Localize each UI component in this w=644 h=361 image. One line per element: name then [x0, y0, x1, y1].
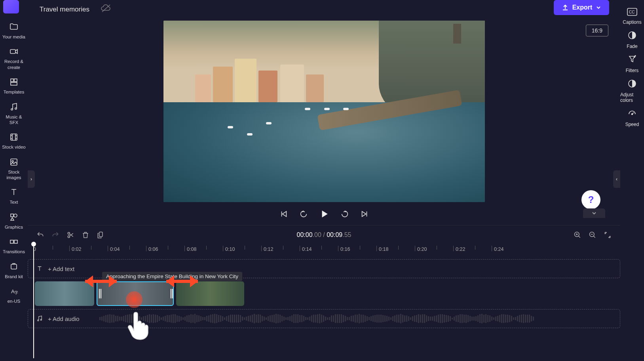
help-button[interactable]: ?	[581, 190, 600, 209]
expand-panel-tab[interactable]	[583, 208, 605, 218]
svg-rect-1	[10, 50, 15, 53]
svg-rect-8	[11, 159, 17, 165]
sidebar-brand-kit[interactable]: Brand kit	[0, 259, 27, 283]
rightbar-captions[interactable]: CC Captions	[623, 8, 641, 25]
language-icon: A字	[9, 286, 19, 297]
ruler-mark: 0:24	[494, 246, 503, 252]
sidebar-language[interactable]: A字 en-US	[0, 283, 27, 307]
chevron-down-icon	[596, 5, 601, 10]
playhead[interactable]	[33, 243, 34, 358]
svg-rect-3	[14, 79, 17, 82]
brand-icon	[9, 261, 19, 272]
right-sidebar: CC Captions Fade Filters Adjust colors S…	[620, 0, 644, 127]
aspect-ratio-button[interactable]: 16:9	[586, 25, 608, 36]
transitions-icon	[9, 236, 19, 247]
svg-rect-14	[11, 264, 17, 269]
time-display: 00:00.00 / 00:09.55	[297, 231, 351, 239]
fade-icon	[627, 31, 637, 41]
fit-timeline-button[interactable]	[604, 231, 612, 239]
ruler-mark: 0:14	[302, 246, 312, 252]
image-icon	[9, 157, 19, 168]
delete-button[interactable]	[82, 231, 89, 239]
templates-icon	[9, 76, 19, 88]
tutorial-arrow-left	[75, 269, 127, 293]
export-button[interactable]: Export	[554, 0, 609, 15]
zoom-in-button[interactable]	[574, 231, 581, 239]
app-logo[interactable]	[3, 0, 19, 13]
text-icon	[9, 187, 19, 198]
music-icon	[36, 315, 43, 322]
filters-icon	[627, 55, 637, 65]
ruler-mark: 0:20	[417, 246, 427, 252]
svg-text:CC: CC	[629, 10, 635, 14]
adjust-icon	[627, 79, 637, 90]
forward-5-button[interactable]	[340, 210, 349, 218]
rewind-5-button[interactable]	[299, 210, 308, 218]
svg-point-30	[40, 319, 42, 321]
split-button[interactable]	[66, 231, 74, 239]
svg-rect-13	[14, 240, 17, 243]
tutorial-hand-cursor	[125, 309, 152, 342]
skip-back-button[interactable]	[279, 210, 288, 218]
zoom-out-button[interactable]	[589, 231, 597, 239]
svg-text:字: 字	[14, 290, 18, 295]
ruler-mark: 0:08	[187, 246, 196, 252]
svg-rect-4	[11, 82, 17, 85]
rightbar-speed[interactable]: Speed	[625, 109, 639, 127]
play-button[interactable]	[319, 209, 329, 219]
film-icon	[9, 132, 19, 143]
add-text-hint: + Add text	[48, 265, 74, 272]
add-audio-hint: + Add audio	[48, 315, 80, 322]
skip-forward-button[interactable]	[360, 210, 369, 218]
timeline-ruler[interactable]: 00:020:040:060:080:100:120:140:160:180:2…	[28, 244, 620, 258]
svg-point-23	[631, 114, 633, 115]
sidebar-graphics[interactable]: Graphics	[0, 209, 27, 233]
graphics-icon	[9, 212, 19, 223]
timeline-toolbar: 00:00.00 / 00:09.55	[28, 225, 620, 244]
svg-rect-26	[99, 232, 103, 237]
svg-point-21	[635, 55, 636, 56]
sidebar-transitions[interactable]: Transitions	[0, 234, 27, 258]
speed-icon	[627, 109, 637, 119]
chevron-down-icon	[591, 210, 597, 216]
svg-rect-2	[11, 79, 13, 82]
svg-point-9	[12, 160, 13, 162]
rightbar-adjust-colors[interactable]: Adjust colors	[620, 79, 644, 103]
ruler-mark: 0:18	[379, 246, 388, 252]
ruler-mark: 0:12	[264, 246, 273, 252]
svg-rect-7	[11, 134, 17, 140]
project-title: Travel memories	[40, 6, 89, 13]
preview-area: 16:9	[28, 19, 620, 225]
undo-button[interactable]	[36, 231, 44, 239]
ruler-mark: 0:06	[148, 246, 158, 252]
svg-point-25	[68, 235, 70, 237]
sidebar-templates[interactable]: Templates	[0, 74, 27, 98]
camera-icon	[9, 46, 19, 57]
svg-point-24	[68, 232, 70, 234]
svg-rect-12	[10, 240, 13, 243]
svg-rect-10	[11, 214, 13, 217]
svg-point-5	[11, 109, 13, 110]
rightbar-fade[interactable]: Fade	[627, 31, 637, 49]
duplicate-button[interactable]	[97, 231, 104, 239]
music-icon	[9, 101, 19, 113]
sidebar-music[interactable]: Music & SFX	[0, 99, 27, 129]
sidebar-stock-images[interactable]: Stock images	[0, 154, 27, 184]
playback-controls	[28, 203, 620, 225]
ruler-mark: 0:10	[225, 246, 235, 252]
sidebar-your-media[interactable]: Your media	[0, 19, 27, 43]
folder-icon	[9, 21, 19, 32]
ruler-mark: 0:02	[72, 246, 81, 252]
sidebar-stock-video[interactable]: Stock video	[0, 129, 27, 153]
rightbar-filters[interactable]: Filters	[626, 55, 639, 73]
svg-point-6	[15, 108, 17, 109]
ruler-mark: 0:16	[340, 246, 350, 252]
waveform-preview	[99, 314, 616, 323]
redo-button[interactable]	[51, 231, 59, 239]
video-preview[interactable]	[163, 21, 485, 202]
left-sidebar: Your media Record & create Templates Mus…	[0, 19, 28, 361]
text-icon	[36, 265, 43, 272]
audio-track[interactable]: + Add audio	[28, 309, 620, 328]
sidebar-text[interactable]: Text	[0, 184, 27, 208]
sidebar-record-create[interactable]: Record & create	[0, 44, 27, 73]
